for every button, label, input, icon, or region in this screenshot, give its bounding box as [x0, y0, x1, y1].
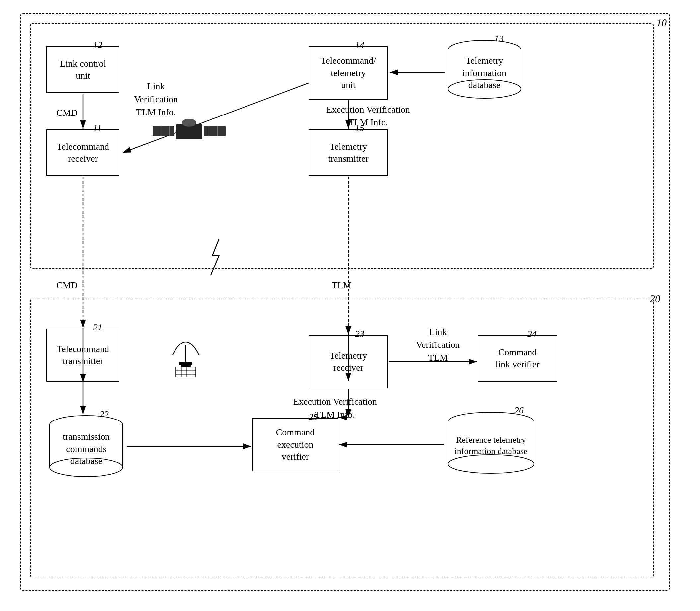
exec-verification-lower-label: Execution VerificationTLM Info.: [292, 395, 378, 421]
cmd-upper-label: CMD: [56, 106, 78, 119]
ref-26: 26: [514, 405, 523, 416]
telecommand-receiver-upper-label: Telecommandreceiver: [57, 141, 109, 165]
reference-telemetry-db-cylinder: Reference telemetryinformation database: [444, 412, 537, 475]
telecommand-telemetry-unit-box: Telecommand/telemetryunit: [308, 46, 388, 100]
transmission-commands-db-label: transmissioncommands database: [46, 431, 126, 467]
command-execution-verifier-label: Commandexecutionverifier: [276, 427, 315, 463]
reference-telemetry-db-label: Reference telemetryinformation database: [452, 434, 531, 457]
telecommand-telemetry-label: Telecommand/telemetryunit: [321, 55, 376, 91]
telemetry-receiver-lower-label: Telemetryreceiver: [330, 350, 367, 374]
lower-ref-label: 20: [650, 293, 660, 305]
ref-14: 14: [355, 40, 364, 50]
ref-13: 13: [494, 33, 504, 44]
telemetry-transmitter-box: Telemetrytransmitter: [308, 130, 388, 176]
ref-11: 11: [93, 123, 102, 133]
link-verification-tlm-upper-label: LinkVerificationTLM Info.: [123, 80, 189, 119]
telecommand-transmitter-box: Telecommandtransmitter: [46, 329, 119, 382]
svg-point-14: [448, 455, 534, 473]
telemetry-info-db-cylinder: Telemetryinformationdatabase: [444, 40, 524, 100]
ref-23: 23: [355, 329, 364, 339]
ref-12: 12: [93, 40, 102, 50]
tlm-lower-label: TLM: [332, 279, 351, 292]
command-link-verifier-label: Commandlink verifier: [496, 346, 540, 371]
command-link-verifier-box: Commandlink verifier: [478, 335, 557, 382]
transmission-commands-db-cylinder: transmissioncommands database: [46, 415, 126, 478]
link-control-unit-box: Link controlunit: [46, 46, 119, 93]
ref-24: 24: [528, 329, 537, 339]
link-verification-tlm-lower-label: LinkVerificationTLM: [401, 325, 474, 364]
telemetry-transmitter-label: Telemetrytransmitter: [328, 141, 368, 165]
ref-22: 22: [100, 409, 109, 419]
telemetry-info-db-label: Telemetryinformationdatabase: [459, 55, 509, 91]
cmd-lower-label: CMD: [56, 279, 78, 292]
command-execution-verifier-box: Commandexecutionverifier: [252, 418, 338, 471]
telecommand-transmitter-label: Telecommandtransmitter: [57, 343, 109, 368]
link-control-label: Link controlunit: [60, 58, 106, 82]
exec-verification-upper-label: Execution VerificationTLM Info.: [325, 103, 411, 129]
diagram-container: 10 20 Link controlunit 12 Telecommandrec…: [20, 13, 677, 597]
outer-ref-label: 10: [656, 17, 667, 29]
telemetry-receiver-lower-box: Telemetryreceiver: [308, 335, 388, 388]
ref-21: 21: [93, 322, 102, 332]
telecommand-receiver-upper-box: Telecommandreceiver: [46, 130, 119, 176]
